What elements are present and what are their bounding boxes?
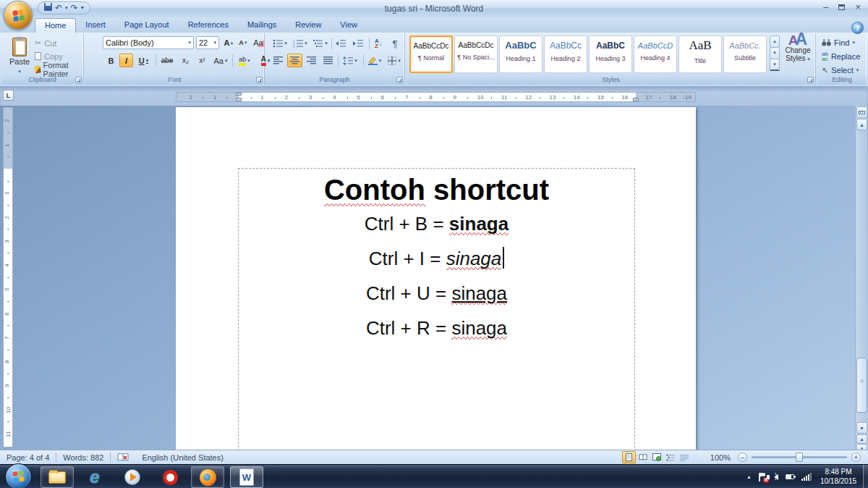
styles-scroll-up-button[interactable]: ▲ [770, 35, 780, 48]
previous-page-button[interactable]: ▲ [856, 434, 867, 444]
minimize-button[interactable]: – [823, 2, 828, 12]
redo-button[interactable]: ↷ [71, 2, 78, 14]
left-indent-marker[interactable] [236, 98, 242, 101]
start-button[interactable] [5, 463, 32, 488]
undo-dropdown[interactable]: ▾ [65, 2, 68, 14]
taskbar-internet-explorer-button[interactable]: e [78, 466, 111, 488]
paste-button[interactable]: Paste▾ [6, 35, 33, 75]
change-styles-button[interactable]: AA Change Styles ▾ [781, 35, 814, 75]
proofing-status[interactable] [111, 450, 135, 464]
replace-button[interactable]: abac Replace [822, 51, 860, 62]
office-button[interactable] [4, 1, 33, 30]
taskbar-word-button-active[interactable]: W [230, 466, 263, 488]
borders-button[interactable] [386, 54, 403, 67]
action-center-icon[interactable]: ✕ [759, 473, 767, 481]
scrollbar-thumb[interactable] [856, 358, 867, 413]
zoom-level[interactable]: 100% [710, 453, 731, 462]
change-case-button[interactable]: Aa [211, 54, 230, 67]
tab-page-layout[interactable]: Page Layout [115, 17, 179, 33]
taskbar-explorer-button[interactable] [41, 466, 74, 488]
line-ctrl-u[interactable]: Ctrl + U = sinaga [239, 276, 634, 311]
taskbar-clock[interactable]: 8:48 PM 10/18/2015 [816, 467, 861, 486]
view-ruler-toggle-button[interactable] [856, 106, 867, 118]
decrease-indent-button[interactable] [333, 37, 349, 50]
style-heading3[interactable]: AaBbC Heading 3 [589, 35, 632, 73]
line-ctrl-i[interactable]: Ctrl + I = sinaga [239, 241, 634, 276]
align-right-button[interactable] [304, 54, 319, 67]
scroll-down-button[interactable]: ▼ [856, 422, 867, 434]
bullets-button[interactable] [271, 37, 289, 50]
document-page[interactable]: Contoh shortcut Ctrl + B = sinaga Ctrl +… [176, 107, 696, 450]
restore-button[interactable] [838, 2, 845, 12]
align-left-button[interactable] [271, 54, 286, 67]
numbering-button[interactable]: 123 [291, 37, 310, 50]
text-boundary[interactable]: Contoh shortcut Ctrl + B = sinaga Ctrl +… [238, 168, 635, 450]
align-center-button-active[interactable] [287, 54, 302, 67]
language-indicator[interactable]: English (United States) [135, 450, 230, 464]
tab-references[interactable]: References [179, 17, 238, 33]
underline-button[interactable]: U [135, 54, 153, 67]
style-heading4[interactable]: AaBbCcD Heading 4 [634, 35, 677, 73]
format-painter-button[interactable]: Format Painter [35, 63, 83, 75]
clipboard-dialog-launcher[interactable] [75, 77, 82, 83]
volume-icon[interactable] [774, 474, 778, 480]
web-layout-view-button[interactable] [650, 451, 663, 463]
bold-button[interactable]: B [104, 54, 118, 67]
line-ctrl-r[interactable]: Ctrl + R = sinaga [239, 311, 634, 345]
justify-button[interactable] [320, 54, 336, 67]
subscript-button[interactable]: x₂ [178, 54, 193, 67]
style-heading1[interactable]: AaBbC Heading 1 [499, 35, 542, 73]
zoom-in-button[interactable]: + [851, 453, 861, 462]
taskbar-media-player-button[interactable] [116, 466, 149, 488]
taskbar-opera-button[interactable] [153, 466, 187, 488]
select-browse-object-button[interactable]: ● [856, 444, 867, 450]
close-button[interactable]: × [855, 2, 861, 12]
shading-button[interactable] [365, 54, 384, 67]
cut-button[interactable]: ✂ Cut [35, 37, 56, 49]
first-line-indent-marker[interactable] [236, 93, 242, 96]
vertical-ruler[interactable]: 211234567891011 [3, 107, 13, 447]
show-marks-button[interactable]: ¶ [388, 37, 402, 50]
show-hidden-icons-button[interactable]: ▲ [746, 474, 752, 479]
grow-font-button[interactable]: A▲ [222, 36, 236, 49]
tab-selector-button[interactable]: L [3, 90, 14, 101]
customize-qat-button[interactable]: ▾ [81, 2, 84, 14]
shrink-font-button[interactable]: A▼ [237, 36, 250, 49]
word-count[interactable]: Words: 882 [56, 450, 110, 464]
font-dialog-launcher[interactable] [256, 77, 263, 83]
line-spacing-button[interactable] [340, 54, 360, 67]
style-title[interactable]: AaB Title [678, 35, 722, 73]
font-name-combo[interactable]: Calibri (Body)▾ [103, 36, 194, 49]
full-screen-reading-view-button[interactable] [636, 451, 650, 463]
style-subtitle[interactable]: AaBbCc. Subtitle [723, 35, 767, 73]
battery-icon[interactable] [786, 474, 794, 479]
highlight-color-button[interactable]: ab [234, 54, 255, 67]
undo-button[interactable]: ↶ [55, 2, 62, 14]
zoom-slider-handle[interactable] [796, 453, 803, 462]
network-signal-icon[interactable] [801, 473, 812, 481]
select-button[interactable]: ↖ Select▾ [822, 64, 859, 76]
superscript-button[interactable]: x² [195, 54, 210, 67]
scroll-up-button[interactable]: ▲ [856, 119, 867, 130]
tab-home[interactable]: Home [35, 18, 76, 33]
clear-formatting-button[interactable]: Aa [252, 36, 266, 49]
print-layout-view-button[interactable] [622, 451, 636, 463]
style-no-spacing[interactable]: AaBbCcDc ¶ No Spaci... [454, 35, 498, 73]
help-button[interactable]: ? [851, 22, 864, 34]
style-normal[interactable]: AaBbCcDc ¶ Normal [409, 35, 453, 73]
document-heading[interactable]: Contoh shortcut [239, 173, 634, 206]
horizontal-ruler[interactable]: 2112345678910111213141516171819 [176, 92, 696, 102]
increase-indent-button[interactable] [350, 37, 366, 50]
page-indicator[interactable]: Page: 4 of 4 [0, 450, 56, 464]
italic-button-active[interactable]: I [119, 54, 133, 67]
tab-mailings[interactable]: Mailings [238, 17, 286, 33]
show-desktop-button[interactable] [863, 465, 868, 488]
find-button[interactable]: Find▾ [822, 37, 855, 49]
strikethrough-button[interactable]: abe [158, 54, 176, 67]
line-ctrl-b[interactable]: Ctrl + B = sinaga [239, 206, 634, 241]
outline-view-button[interactable] [663, 451, 677, 463]
taskbar-firefox-button[interactable] [191, 466, 224, 488]
style-heading2[interactable]: AaBbCc Heading 2 [544, 35, 587, 73]
vertical-scrollbar[interactable]: ▲ ▼ ▲ ● ▼ [855, 106, 867, 450]
tab-view[interactable]: View [331, 17, 367, 33]
